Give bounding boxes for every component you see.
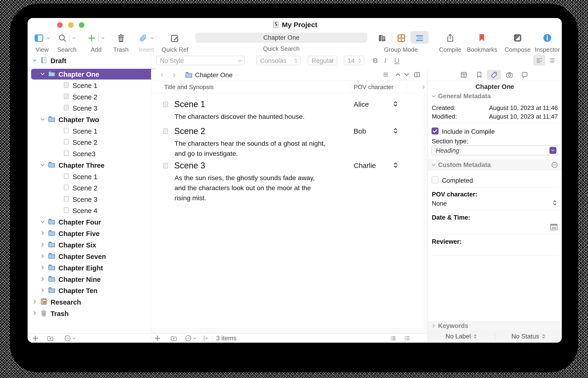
- split-view-icon[interactable]: [414, 71, 421, 78]
- sidebar-item[interactable]: Chapter Nine: [27, 274, 163, 285]
- document-view-icon[interactable]: [377, 33, 387, 43]
- metadata-tag-tab-icon[interactable]: [490, 71, 498, 79]
- bookmarks-tab-icon[interactable]: [476, 71, 483, 79]
- custom-metadata-heading[interactable]: Custom Metadata: [438, 162, 491, 169]
- notes-tab-icon[interactable]: [460, 71, 468, 79]
- disclosure-chevron-icon[interactable]: [40, 287, 46, 295]
- keywords-band[interactable]: Keywords: [428, 321, 562, 331]
- font-size-stepper[interactable]: 14: [344, 56, 364, 65]
- disclosure-chevron-icon[interactable]: [55, 150, 61, 158]
- insert-button[interactable]: Insert: [139, 32, 154, 53]
- pov-value[interactable]: Bob: [354, 127, 366, 135]
- add-item-icon[interactable]: [154, 335, 161, 342]
- view-button[interactable]: View: [34, 32, 51, 53]
- disclosure-chevron-icon[interactable]: [55, 207, 61, 215]
- sidebar-item[interactable]: Chapter Four: [27, 217, 163, 228]
- disclosure-chevron-icon[interactable]: [55, 82, 61, 90]
- section-type-select[interactable]: Heading: [431, 146, 558, 155]
- calendar-icon[interactable]: [549, 222, 559, 231]
- indented-list-icon[interactable]: [390, 335, 397, 342]
- forward-chevron-icon[interactable]: [171, 72, 177, 78]
- disclosure-chevron-icon[interactable]: [40, 253, 46, 261]
- disclosure-chevron-icon[interactable]: [55, 127, 61, 135]
- disclosure-chevron-icon[interactable]: [431, 323, 436, 328]
- pov-stepper-icon[interactable]: [392, 162, 399, 169]
- font-select[interactable]: Consolas: [256, 56, 301, 65]
- back-chevron-icon[interactable]: [159, 72, 165, 78]
- sidebar-item[interactable]: Chapter Five: [27, 228, 163, 239]
- disclosure-chevron-icon[interactable]: [55, 196, 61, 203]
- hamburger-menu-icon[interactable]: [382, 71, 389, 78]
- sidebar-item[interactable]: Chapter Ten: [27, 285, 163, 296]
- disclosure-chevron-icon[interactable]: [40, 162, 46, 169]
- compile-share-icon[interactable]: [445, 33, 455, 43]
- custom-metadata-band[interactable]: Custom Metadata: [428, 160, 562, 170]
- pov-value[interactable]: Charlie: [354, 162, 376, 170]
- disclosure-chevron-icon[interactable]: [40, 230, 46, 238]
- disclosure-chevron-icon[interactable]: [32, 298, 38, 306]
- snapshots-camera-tab-icon[interactable]: [506, 71, 513, 79]
- pov-stepper-icon[interactable]: [551, 200, 558, 206]
- search-button[interactable]: Search: [57, 32, 77, 53]
- add-folder-icon[interactable]: [170, 335, 177, 342]
- quick-ref-button[interactable]: Quick Ref: [162, 32, 188, 53]
- ellipsis-circle-icon[interactable]: [551, 162, 558, 168]
- vertical-scrollbar[interactable]: [424, 93, 428, 328]
- reviewer-field-underline[interactable]: [431, 256, 558, 256]
- disclosure-chevron-icon[interactable]: [55, 139, 61, 147]
- scene-synopsis[interactable]: The characters discover the haunted hous…: [174, 112, 328, 122]
- status-dropdown[interactable]: No Status: [496, 333, 562, 340]
- style-select[interactable]: No Style: [156, 56, 245, 65]
- completed-checkbox[interactable]: [431, 176, 439, 183]
- comments-tab-icon[interactable]: [521, 71, 528, 79]
- chevron-down-icon[interactable]: [150, 36, 154, 40]
- scene-synopsis[interactable]: The characters hear the sounds of a ghos…: [174, 138, 328, 159]
- font-weight-select[interactable]: Regular: [308, 56, 337, 65]
- more-columns-chevron-icon[interactable]: [421, 84, 426, 90]
- scene-synopsis[interactable]: As the sun rises, the ghostly sounds fad…: [174, 173, 328, 203]
- sidebar-item[interactable]: Chapter Seven: [27, 251, 163, 262]
- add-folder-icon[interactable]: [47, 335, 54, 342]
- disclosure-chevron-icon[interactable]: [32, 57, 38, 65]
- next-document-icon[interactable]: [403, 71, 410, 78]
- bookmark-icon[interactable]: [477, 33, 486, 42]
- ellipsis-circle-icon[interactable]: [64, 335, 71, 342]
- info-icon[interactable]: [542, 33, 552, 43]
- align-right-icon[interactable]: [561, 57, 562, 65]
- sidebar-item[interactable]: Research: [27, 297, 155, 308]
- ellipsis-circle-icon[interactable]: [185, 335, 192, 342]
- quick-search-field[interactable]: Chapter One: [196, 32, 367, 43]
- align-left-icon[interactable]: [535, 57, 543, 65]
- pov-stepper-icon[interactable]: [392, 127, 399, 134]
- disclosure-chevron-icon[interactable]: [55, 184, 61, 192]
- bold-button[interactable]: B: [373, 57, 378, 65]
- export-icon[interactable]: [202, 335, 210, 342]
- disclosure-chevron-icon[interactable]: [55, 173, 61, 181]
- compose-icon[interactable]: [513, 33, 522, 43]
- chevron-down-icon[interactable]: [72, 336, 76, 340]
- general-metadata-heading[interactable]: General Metadata: [438, 93, 491, 100]
- sidebar-item[interactable]: Draft: [27, 55, 155, 66]
- pov-character-value[interactable]: None: [432, 200, 447, 207]
- column-divider[interactable]: [419, 82, 419, 91]
- sidebar-item[interactable]: Chapter Eight: [27, 263, 163, 273]
- corkboard-view-icon[interactable]: [397, 33, 406, 43]
- chevron-down-icon[interactable]: [72, 36, 76, 40]
- include-in-compile-checkbox[interactable]: [431, 127, 439, 135]
- pov-value[interactable]: Alice: [354, 100, 369, 108]
- underline-button[interactable]: U: [394, 57, 400, 65]
- scene-title[interactable]: Scene 2: [174, 126, 205, 136]
- column-divider[interactable]: [406, 82, 406, 91]
- sidebar-item[interactable]: Trash: [27, 308, 155, 319]
- chevron-down-icon[interactable]: [193, 336, 197, 340]
- bullet-list-icon[interactable]: [404, 335, 411, 342]
- disclosure-chevron-icon[interactable]: [55, 93, 61, 101]
- select-chevron-button[interactable]: [549, 147, 556, 154]
- label-dropdown[interactable]: No Label: [428, 333, 496, 340]
- column-divider[interactable]: [350, 82, 350, 91]
- chevron-down-icon[interactable]: [101, 36, 105, 40]
- scene-title[interactable]: Scene 3: [174, 161, 205, 171]
- add-button[interactable]: Add: [87, 32, 105, 53]
- disclosure-chevron-icon[interactable]: [40, 264, 46, 272]
- previous-document-icon[interactable]: [394, 71, 401, 78]
